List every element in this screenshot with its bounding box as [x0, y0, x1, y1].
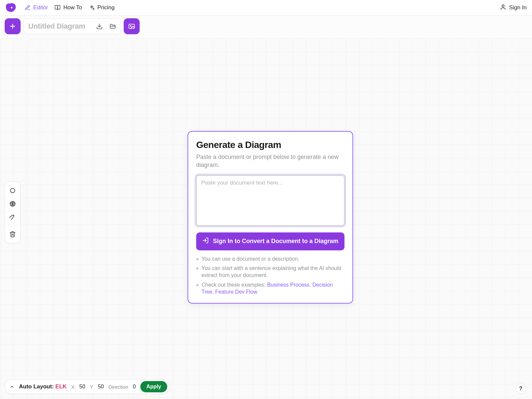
top-nav: Editor How To Pricing Sign In [0, 0, 532, 16]
logo[interactable] [5, 3, 17, 13]
side-tool-strip [5, 182, 21, 243]
panel-subtitle: Paste a document or prompt below to gene… [196, 153, 344, 169]
x-label: X [71, 384, 75, 390]
convert-signin-label: Sign In to Convert a Document to a Diagr… [213, 238, 338, 245]
convert-signin-button[interactable]: Sign In to Convert a Document to a Diagr… [196, 232, 344, 250]
logo-icon [5, 3, 17, 13]
new-diagram-button[interactable] [5, 18, 21, 34]
tips-list: You can use a document or a description.… [196, 256, 344, 296]
download-button[interactable] [96, 23, 103, 30]
expand-autolayout[interactable] [10, 384, 14, 389]
apply-label: Apply [146, 384, 161, 390]
tip-prefix: Check out these examples: [201, 282, 267, 288]
enter-icon [202, 237, 209, 245]
autolayout-engine[interactable]: ELK [56, 383, 67, 390]
chevron-up-icon [10, 384, 14, 389]
nav-links: Editor How To Pricing [25, 4, 115, 11]
book-icon [55, 5, 61, 11]
help-label: ? [519, 386, 522, 392]
autolayout-label: Auto Layout: [19, 383, 54, 390]
svg-point-7 [130, 26, 131, 27]
nav-pricing-label: Pricing [97, 4, 115, 11]
nav-howto-label: How To [63, 4, 82, 11]
direction-label: Direction [108, 384, 128, 390]
generate-diagram-panel: Generate a Diagram Paste a document or p… [188, 131, 353, 304]
diagram-title[interactable]: Untitled Diagram [28, 22, 91, 31]
tip-item: Check out these examples: Business Proce… [196, 282, 344, 296]
sparkle-icon [89, 5, 95, 11]
diagram-title-card: Untitled Diagram [23, 18, 121, 34]
direction-value[interactable]: 0 [133, 384, 136, 390]
apply-button[interactable]: Apply [140, 381, 167, 392]
shape-tool[interactable] [7, 185, 19, 197]
open-folder-button[interactable] [109, 23, 116, 30]
example-link-business-process[interactable]: Business Process [267, 282, 309, 288]
tip-item: You can start with a sentence explaining… [196, 265, 344, 279]
auto-layout-bar: Auto Layout: ELK X 50 Y 50 Direction 0 A… [5, 379, 170, 394]
y-value[interactable]: 50 [98, 384, 104, 390]
grid-tool[interactable] [7, 198, 19, 210]
paint-icon [9, 214, 16, 220]
nav-editor-label: Editor [33, 4, 48, 11]
nav-signin[interactable]: Sign In [500, 4, 527, 12]
tip-item: You can use a document or a description. [196, 256, 344, 263]
svg-point-1 [502, 5, 504, 7]
y-label: Y [90, 384, 93, 390]
divider [8, 225, 18, 225]
document-textarea[interactable] [196, 175, 344, 226]
trash-icon [9, 231, 16, 237]
sub-toolbar: Untitled Diagram [5, 18, 140, 34]
help-button[interactable]: ? [515, 383, 526, 394]
image-icon [128, 23, 135, 30]
pencil-icon [25, 5, 31, 11]
nav-editor[interactable]: Editor [25, 4, 48, 11]
x-value[interactable]: 50 [79, 384, 85, 390]
nav-pricing[interactable]: Pricing [89, 4, 115, 11]
example-link-feature-dev-flow[interactable]: Feature Dev Flow [215, 289, 257, 295]
paint-tool[interactable] [7, 211, 19, 223]
nav-signin-label: Sign In [509, 4, 527, 11]
download-icon [96, 23, 103, 30]
delete-tool[interactable] [7, 228, 19, 240]
svg-point-8 [10, 188, 15, 193]
user-icon [500, 4, 506, 12]
folder-icon [109, 23, 116, 30]
panel-title: Generate a Diagram [196, 140, 344, 150]
grid-icon [9, 200, 16, 207]
plus-icon [9, 23, 16, 30]
circle-icon [9, 187, 16, 194]
nav-howto[interactable]: How To [55, 4, 82, 11]
svg-point-0 [11, 7, 13, 9]
export-image-button[interactable] [124, 18, 140, 34]
